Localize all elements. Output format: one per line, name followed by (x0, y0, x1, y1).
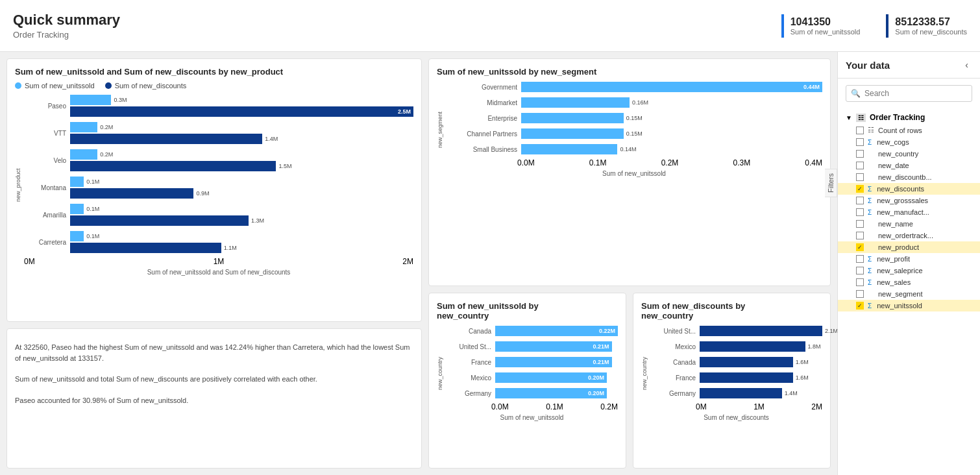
checkbox-new_saleprice[interactable] (856, 267, 864, 274)
bar-row-vtt: VTT 0.2M (24, 122, 413, 144)
checkbox-new_sales[interactable] (856, 278, 864, 286)
sidebar-item-new_manufact[interactable]: Σnew_manufact... (838, 206, 980, 218)
search-input[interactable] (846, 85, 972, 102)
chart2-title: Sum of new_unitssold by new_segment (437, 67, 822, 77)
bar-row-carretera: Carretera 0.1M (24, 231, 413, 253)
insight-2: Sum of new_unitssold and total Sum of ne… (15, 369, 413, 385)
sidebar: Your data ‹ 🔍 ▼ ☷ Order Tracking ☷Count … (837, 52, 980, 475)
data-tree: ▼ ☷ Order Tracking ☷Count of rowsΣnew_co… (838, 108, 980, 475)
sigma-icon-new_profit: Σ (868, 256, 872, 263)
sidebar-item-new_sales[interactable]: Σnew_sales (838, 276, 980, 288)
bottom-row: Sum of new_unitssold bynew_country new_c… (428, 293, 831, 469)
chart1-xticks: 0M1M2M (24, 257, 413, 266)
item-label-new_unitssold: new_unitssold (877, 302, 922, 310)
collapse-button[interactable]: ‹ (961, 58, 972, 71)
checkbox-new_profit[interactable] (856, 255, 864, 263)
sigma-icon-new_manufact: Σ (868, 209, 872, 216)
chart4-card: Sum of new_discounts bynew_country new_c… (633, 293, 831, 469)
checkbox-new_unitssold[interactable]: ✓ (856, 302, 864, 310)
item-label-new_ordertrack: new_ordertrack... (878, 232, 933, 239)
sigma-icon-new_cogs: Σ (868, 139, 872, 146)
sidebar-item-new_segment[interactable]: new_segment (838, 288, 980, 300)
checkbox-new_cogs[interactable] (856, 138, 864, 146)
filters-tab[interactable]: Filters (825, 169, 837, 197)
checkbox-new_discounts[interactable]: ✓ (856, 185, 864, 193)
chart4-bars: United St... 2.1M (650, 326, 822, 398)
sidebar-item-new_ordertrack[interactable]: new_ordertrack... (838, 230, 980, 241)
bar-row-montana: Montana 0.1M (24, 177, 413, 199)
sigma-icon-new_discounts: Σ (868, 186, 872, 193)
right-panel: Sum of new_unitssold by new_segment new_… (428, 58, 831, 469)
item-label-new_manufact: new_manufact... (877, 208, 929, 216)
checkbox-new_country[interactable] (856, 150, 864, 158)
item-label-new_date: new_date (878, 162, 909, 169)
item-label-new_product: new_product (878, 243, 919, 251)
checkbox-new_manufact[interactable] (856, 208, 864, 216)
checkbox-new_product[interactable]: ✓ (856, 243, 864, 251)
item-label-new_grosssales: new_grosssales (877, 197, 928, 204)
chart4-title: Sum of new_discounts bynew_country (641, 301, 822, 321)
sidebar-item-new_profit[interactable]: Σnew_profit (838, 253, 980, 265)
chart3-xtitle: Sum of new_unitssold (446, 414, 618, 421)
checkbox-new_segment[interactable] (856, 290, 864, 298)
sidebar-item-new_saleprice[interactable]: Σnew_saleprice (838, 265, 980, 276)
bar-row-paseo: Paseo 0.3M (24, 95, 413, 117)
item-label-new_name: new_name (878, 220, 913, 228)
header-left: Quick summary Order Tracking (13, 12, 120, 40)
item-label-new_profit: new_profit (877, 255, 910, 263)
search-box: 🔍 (846, 85, 972, 102)
tree-section-order-tracking: ▼ ☷ Order Tracking ☷Count of rowsΣnew_co… (838, 111, 980, 311)
table-icon: ☷ (856, 114, 866, 122)
sidebar-title: Your data (846, 60, 890, 71)
chart2-xtitle: Sum of new_unitssold (446, 170, 822, 177)
insight-3: Paseo accounted for 30.98% of Sum of new… (15, 390, 413, 406)
sidebar-item-new_cogs[interactable]: Σnew_cogs (838, 136, 980, 148)
sidebar-item-count_rows[interactable]: ☷Count of rows (838, 124, 980, 136)
sidebar-item-new_unitssold[interactable]: ✓Σnew_unitssold (838, 300, 980, 311)
sidebar-item-new_grosssales[interactable]: Σnew_grosssales (838, 195, 980, 206)
metric-1-value: 1041350 (790, 16, 861, 28)
chart4-xticks: 0M1M2M (696, 402, 822, 411)
sigma-icon-new_sales: Σ (868, 279, 872, 286)
sigma-icon-new_grosssales: Σ (868, 197, 872, 204)
sidebar-item-new_country[interactable]: new_country (838, 148, 980, 160)
tree-items: ☷Count of rowsΣnew_cogsnew_countrynew_da… (838, 124, 980, 311)
sidebar-item-new_name[interactable]: new_name (838, 218, 980, 230)
checkbox-new_discountb[interactable] (856, 173, 864, 181)
metric-1-label: Sum of new_unitssold (790, 28, 861, 36)
item-label-new_discountb: new_discountb... (878, 173, 932, 181)
checkbox-new_date[interactable] (856, 162, 864, 169)
legend-dot-1 (15, 82, 21, 89)
chart3-xticks: 0.0M0.1M0.2M (491, 402, 618, 411)
dashboard: Sum of new_unitssold and Sum of new_disc… (0, 52, 837, 475)
metric-2-value: 8512338.57 (895, 16, 967, 28)
metric-discounts: 8512338.57 Sum of new_discounts (886, 14, 967, 38)
tree-section-title[interactable]: ▼ ☷ Order Tracking (838, 111, 980, 124)
chart2-xticks: 0.0M0.1M0.2M0.3M0.4M (517, 158, 822, 167)
chart1-title: Sum of new_unitssold and Sum of new_disc… (15, 67, 413, 77)
sidebar-item-new_discountb[interactable]: new_discountb... (838, 171, 980, 183)
chart1-xtitle: Sum of new_unitssold and Sum of new_disc… (24, 269, 413, 276)
checkbox-new_name[interactable] (856, 220, 864, 228)
chart1-yaxis: new_product (15, 95, 21, 276)
item-label-new_cogs: new_cogs (877, 138, 909, 146)
bar-row-velo: Velo 0.2M (24, 149, 413, 171)
chart4-yaxis: new_country (641, 326, 648, 421)
metric-bar-2 (886, 14, 888, 38)
checkbox-new_grosssales[interactable] (856, 197, 864, 204)
metric-2-label: Sum of new_discounts (895, 28, 967, 36)
bar-row-amarilla: Amarilla 0.1M (24, 204, 413, 226)
chart2-bars: Government 0.44M (446, 82, 822, 154)
item-label-new_saleprice: new_saleprice (877, 267, 922, 274)
legend-dot-2 (105, 82, 112, 89)
sidebar-item-new_product[interactable]: ✓new_product (838, 241, 980, 253)
checkbox-count_rows[interactable] (856, 127, 864, 134)
sidebar-item-new_discounts[interactable]: ✓Σnew_discounts (838, 183, 980, 195)
legend-label-2: Sum of new_discounts (115, 82, 187, 90)
page-subtitle: Order Tracking (13, 30, 120, 40)
item-label-count_rows: Count of rows (878, 127, 922, 134)
sidebar-item-new_date[interactable]: new_date (838, 160, 980, 171)
checkbox-new_ordertrack[interactable] (856, 232, 864, 239)
page-title: Quick summary (13, 12, 120, 29)
chart3-title: Sum of new_unitssold bynew_country (437, 301, 618, 321)
